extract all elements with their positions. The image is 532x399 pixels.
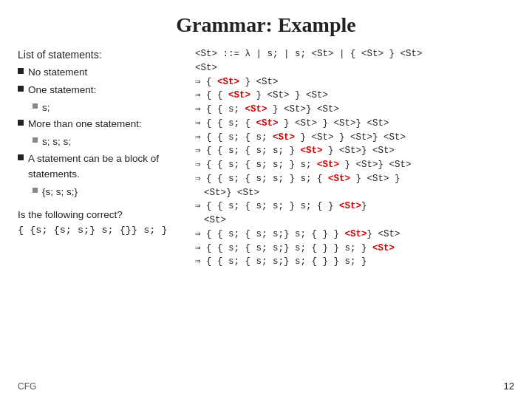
sub-bullet-icon-1 [33,103,38,109]
right-line-3: ⇒ { { <St> } <St> } <St> [195,89,514,103]
bullet-more-statement: More than one statement: [18,117,188,132]
bullet-icon-1 [18,68,24,74]
right-line-2: ⇒ { <St> } <St> [195,75,514,89]
content-area: List of statements: No statement One sta… [18,47,514,269]
page: Grammar: Example List of statements: No … [0,0,532,399]
sub-bullet-block: {s; s; s;} [33,185,188,200]
right-line-9: ⇒ { { s; { s; s; } s; { <St> } <St> } [195,172,514,186]
footer-label: CFG [18,381,36,392]
bullet-no-statement: No statement [18,65,188,81]
right-line-10: <St>} <St> [195,186,514,200]
right-line-0: <St> ::= λ | s; | s; <St> | { <St> } <St… [195,47,514,61]
right-line-11: ⇒ { { s; { s; s; } s; { } <St>} [195,200,514,214]
sub-bullet-s: s; [33,100,188,116]
bullet-one-statement: One statement: [18,83,188,98]
right-line-4: ⇒ { { s; <St> } <St>} <St> [195,103,514,117]
right-line-8: ⇒ { { s; { s; s; } s; <St> } <St>} <St> [195,158,514,172]
right-line-5: ⇒ { { s; { <St> } <St> } <St>} <St> [195,117,514,131]
question-label: Is the following correct? { {s; {s; s;} … [18,208,188,239]
bullet-icon-3 [18,120,24,126]
list-header: List of statements: [18,47,188,64]
right-line-6: ⇒ { { s; { s; <St> } <St> } <St>} <St> [195,131,514,145]
right-line-1: <St> [195,61,514,75]
left-column: List of statements: No statement One sta… [18,47,188,239]
right-line-12: <St> [195,214,514,228]
sub-bullet-icon-3 [33,188,38,193]
sub-bullet-icon-2 [33,137,38,143]
bullet-icon-2 [18,86,24,92]
bullet-icon-4 [18,154,24,160]
right-line-7: ⇒ { { s; { s; s; } <St> } <St>} <St> [195,144,514,158]
right-line-14: ⇒ { { s; { s; s;} s; { } } s; } <St> [195,242,514,256]
right-line-15: ⇒ { { s; { s; s;} s; { } } s; } [195,255,514,269]
right-line-13: ⇒ { { s; { s; s;} s; { } } <St>} <St> [195,228,514,242]
sub-bullet-sss: s; s; s; [33,134,188,150]
bullet-block-statement: A statement can be a block of statements… [18,151,188,183]
page-title: Grammar: Example [18,13,514,37]
footer-page-number: 12 [504,381,514,392]
right-column: <St> ::= λ | s; | s; <St> | { <St> } <St… [195,47,514,269]
